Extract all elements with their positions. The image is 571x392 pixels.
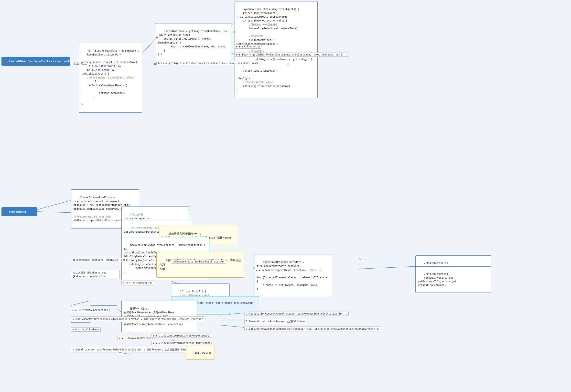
bean-validation-text: 2.BeanValidationPostProcess 处理Validator: [246, 320, 305, 323]
invoke-custom-flag: ▶: [153, 342, 156, 344]
bean-flag: ▶: [236, 53, 239, 56]
synchronized-code: synchronized (this.singletonObjects) { O…: [237, 8, 314, 91]
invoke-aware-label: ▶ ▶ 1.invokeAwareMethods: [71, 308, 110, 312]
dot-6: [359, 258, 361, 260]
main-canvas: ▶ finishBeanFactoryInitialization(beanFa…: [0, 0, 571, 392]
get-singleton-label: ▶ ▶ getSingleton: [235, 44, 261, 49]
dot-7: [359, 268, 361, 270]
dot-4: [287, 64, 289, 65]
dot-5: [253, 267, 255, 269]
create-bean-node: ▶ createBean: [1, 207, 37, 216]
apply-before-init-label: 2.applyBeanPostProcessorsBeforeInitializ…: [71, 317, 205, 322]
svg-line-24: [71, 301, 90, 305]
dot-3: [288, 54, 290, 56]
inject-method-node: //如果注解在method上 method.invoke(target, get…: [415, 266, 491, 293]
populate-bean-text: //注入属性 处理@Resource, @Autowired populateB…: [72, 271, 106, 278]
populate-bean-label: //注入属性 处理@Resource, @Autowired populateB…: [71, 270, 120, 279]
initialize-bean-label: ▶ ▶ initializeBean: [71, 327, 101, 332]
injection-metadata-code: InjectionMetadata metadata = findResourc…: [257, 261, 330, 290]
after-properties-label: ▶ ▶ 1.initializeBean.afterPropertiesSet: [152, 334, 212, 338]
after-props-flag: ▶: [153, 334, 156, 337]
for-loop-code: for (String beanName : beanNames) { Root…: [81, 49, 139, 106]
inject-metadata-note: 利用之前找到的 包含@Resource注解的metaData，将属性注入到 实例…: [156, 252, 244, 278]
shared-instance-flag: ▶: [156, 35, 158, 39]
process-property-label: 处理上一步完成的元素注册: [121, 281, 154, 285]
create-bean-label: createBean: [8, 210, 26, 214]
get-singleton-flag: ▶: [236, 45, 239, 48]
create-bean-flag: ▶: [5, 209, 7, 214]
init-destroyer-label: 3.InitDestroyAnnotationBeanPostProcessor…: [244, 326, 381, 331]
invoke-init-label: ▶ ▶ 3.invokeInitMethods: [117, 336, 154, 340]
bean-validation-label: 2.BeanValidationPostProcess 处理Validator: [244, 319, 307, 324]
invoke-aware-flag: ▶: [72, 309, 75, 311]
shared-instance-code: sharedInstance = getSingleton(beanName, …: [158, 30, 229, 56]
init-method-box: init-method: [186, 346, 214, 360]
dot-2: [233, 53, 235, 55]
metadata-inject-label: ▶ ▶ metadata.inject(bean, beanName, pvs)…: [254, 268, 322, 272]
dot-1: [154, 63, 156, 65]
app-context-circle: ○: [345, 312, 347, 315]
shared-instance-node: sharedInstance = getSingleton(beanName, …: [155, 23, 231, 62]
get-object-bean-1: bean = getObjectForBeanInstance(sharedIn…: [156, 61, 261, 65]
star-icon: ✦: [187, 208, 188, 212]
init-destroyer-text: 3.InitDestroyAnnotationBeanPostProcessor…: [246, 327, 379, 330]
app-context-processor-label: 1.ApplicationContextAwareProcessor.postP…: [244, 312, 349, 316]
apply-before-init-text: 2.applyBeanPostProcessorsBeforeInitializ…: [73, 318, 203, 320]
circle-icon: ○: [346, 53, 348, 56]
get-object-bean-2: ▶ ▶ bean = getObjectForBeanInstance(shar…: [235, 53, 349, 57]
synchronized-block-node: synchronized (this.singletonObjects) { O…: [235, 1, 318, 98]
metadata-circle: ○: [319, 269, 320, 272]
invoke-init-flag: ▶: [119, 337, 122, 339]
svg-line-1: [142, 38, 156, 54]
metadata-flag: ▶: [256, 269, 259, 272]
injection-metadata-node: InjectionMetadata metadata = findResourc…: [254, 254, 332, 297]
svg-line-38: [220, 325, 244, 327]
for-loop-node: for (String beanName : beanNames) { Root…: [79, 43, 142, 113]
do-create-bean-label: doCreateBean(beanName, mbdToUse, args);: [71, 258, 132, 262]
inject-method-text: //如果注解在method上 method.invoke(target, get…: [418, 273, 459, 286]
invoke-custom-label: ▶ ▶ 2.invokeCustomInitMethod(initMethod): [152, 341, 214, 345]
initialize-bean-flag: ▶: [72, 328, 75, 331]
common-annotation-label: bdCommonAnnotationBeanPostProcessor: [171, 260, 226, 264]
flag-icon: ▶: [5, 59, 7, 64]
do-get-bean-label: doGetBean: [72, 63, 88, 66]
svg-line-22: [362, 266, 415, 269]
main-entry-node: ▶ finishBeanFactoryInitialization(beanFa…: [1, 57, 70, 66]
orange-arrow: ▶: [234, 29, 236, 34]
